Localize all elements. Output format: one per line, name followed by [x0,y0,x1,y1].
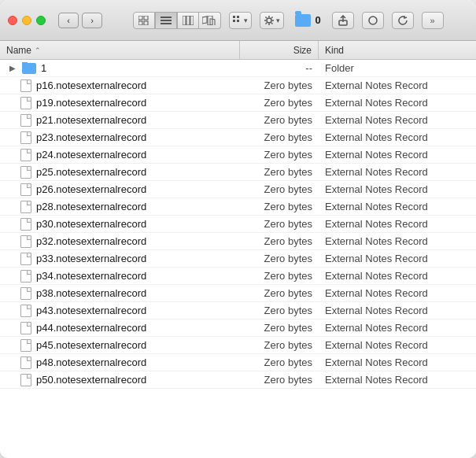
view-list-button[interactable] [155,12,177,29]
file-name-text: p23.notesexternalrecord [36,131,146,143]
file-size-cell: Zero bytes [240,374,319,386]
list-item[interactable]: p33.notesexternalrecordZero bytesExterna… [0,250,476,268]
svg-point-17 [267,18,271,23]
refresh-icon [397,15,408,26]
file-name-cell: p28.notesexternalrecord [0,201,240,213]
list-item[interactable]: p30.notesexternalrecordZero bytesExterna… [0,216,476,233]
list-item[interactable]: p19.notesexternalrecordZero bytesExterna… [0,94,476,112]
list-item[interactable]: p44.notesexternalrecordZero bytesExterna… [0,319,476,337]
file-name-cell: p34.notesexternalrecord [0,270,240,283]
back-button[interactable]: ‹ [58,13,79,28]
svg-point-27 [369,17,377,24]
document-icon [20,339,31,352]
svg-rect-1 [144,16,148,20]
file-kind-cell: Folder [319,62,476,74]
minimize-button[interactable] [22,16,31,25]
list-item[interactable]: ▶1--Folder [0,60,476,77]
finder-window: ‹ › [0,0,476,458]
list-item[interactable]: p24.notesexternalrecordZero bytesExterna… [0,146,476,164]
svg-rect-5 [161,20,172,21]
file-name-cell: p24.notesexternalrecord [0,149,240,161]
list-item[interactable]: p34.notesexternalrecordZero bytesExterna… [0,268,476,285]
file-size-cell: Zero bytes [240,149,319,161]
file-name-cell: p26.notesexternalrecord [0,183,240,196]
list-item[interactable]: p48.notesexternalrecordZero bytesExterna… [0,354,476,371]
close-button[interactable] [8,16,17,25]
file-kind-cell: External Notes Record [319,149,476,161]
expand-arrow-icon[interactable]: ▶ [8,64,17,72]
arrange-icon [233,16,242,25]
file-name-text: p33.notesexternalrecord [36,253,146,264]
svg-rect-15 [233,20,235,22]
view-columns-button[interactable] [177,12,199,29]
refresh-button[interactable] [392,12,414,29]
name-column-header[interactable]: Name ⌃ [0,41,240,59]
file-kind-cell: External Notes Record [319,131,476,143]
sort-arrow-icon: ⌃ [35,46,41,54]
list-item[interactable]: p21.notesexternalrecordZero bytesExterna… [0,112,476,129]
maximize-button[interactable] [36,16,46,25]
file-name-cell: p45.notesexternalrecord [0,339,240,352]
document-icon [20,235,31,248]
forward-button[interactable]: › [82,13,102,28]
title-folder-icon [295,14,311,27]
file-name-cell: p19.notesexternalrecord [0,97,240,109]
list-item[interactable]: p16.notesexternalrecordZero bytesExterna… [0,77,476,94]
file-kind-cell: External Notes Record [319,97,476,109]
file-name-cell: p50.notesexternalrecord [0,374,240,386]
arrange-dropdown[interactable]: ▾ [229,12,252,29]
titlebar-center: ▾ ▾ 0 [102,12,468,29]
document-icon [20,270,31,283]
list-item[interactable]: p26.notesexternalrecordZero bytesExterna… [0,181,476,198]
document-icon [20,218,31,231]
action-dropdown[interactable]: ▾ [260,12,284,29]
svg-rect-10 [202,16,207,23]
list-item[interactable]: p28.notesexternalrecordZero bytesExterna… [0,198,476,216]
list-view-icon [161,16,172,25]
file-name-text: p24.notesexternalrecord [36,149,146,161]
view-coverflow-button[interactable] [199,12,221,29]
svg-rect-7 [183,16,186,25]
list-item[interactable]: p25.notesexternalrecordZero bytesExterna… [0,164,476,181]
tag-button[interactable] [362,12,384,29]
list-item[interactable]: p32.notesexternalrecordZero bytesExterna… [0,233,476,250]
nav-buttons: ‹ › [58,13,102,28]
file-name-cell: ▶1 [0,62,240,74]
window-title-area: 0 [295,14,320,27]
document-icon [20,201,31,213]
file-size-cell: Zero bytes [240,166,319,178]
list-item[interactable]: p45.notesexternalrecordZero bytesExterna… [0,337,476,354]
file-size-cell: Zero bytes [240,235,319,247]
file-kind-cell: External Notes Record [319,322,476,334]
file-name-text: p21.notesexternalrecord [36,114,146,126]
more-button[interactable]: » [422,12,444,29]
more-icon: » [430,16,435,25]
view-icon-button[interactable] [133,12,155,29]
traffic-lights [8,16,46,25]
size-column-header[interactable]: Size [240,41,319,59]
file-name-text: p38.notesexternalrecord [36,287,146,299]
list-item[interactable]: p50.notesexternalrecordZero bytesExterna… [0,371,476,389]
list-item[interactable]: p38.notesexternalrecordZero bytesExterna… [0,285,476,302]
file-name-text: p30.notesexternalrecord [36,218,146,230]
file-kind-cell: External Notes Record [319,374,476,386]
file-name-cell: p30.notesexternalrecord [0,218,240,231]
kind-column-header[interactable]: Kind [319,41,476,59]
file-name-cell: p25.notesexternalrecord [0,166,240,179]
file-kind-cell: External Notes Record [319,218,476,230]
size-label: Size [293,45,312,56]
file-list: ▶1--Folderp16.notesexternalrecordZero by… [0,60,476,458]
list-item[interactable]: p43.notesexternalrecordZero bytesExterna… [0,302,476,319]
file-name-cell: p32.notesexternalrecord [0,235,240,248]
file-name-cell: p16.notesexternalrecord [0,79,240,92]
file-name-text: p50.notesexternalrecord [36,374,146,386]
svg-rect-8 [186,16,190,25]
svg-rect-14 [237,16,239,18]
file-name-text: p32.notesexternalrecord [36,235,146,247]
share-button[interactable] [332,12,354,29]
file-name-cell: p43.notesexternalrecord [0,305,240,317]
document-icon [20,114,31,127]
list-item[interactable]: p23.notesexternalrecordZero bytesExterna… [0,129,476,146]
file-size-cell: Zero bytes [240,305,319,316]
file-kind-cell: External Notes Record [319,253,476,264]
